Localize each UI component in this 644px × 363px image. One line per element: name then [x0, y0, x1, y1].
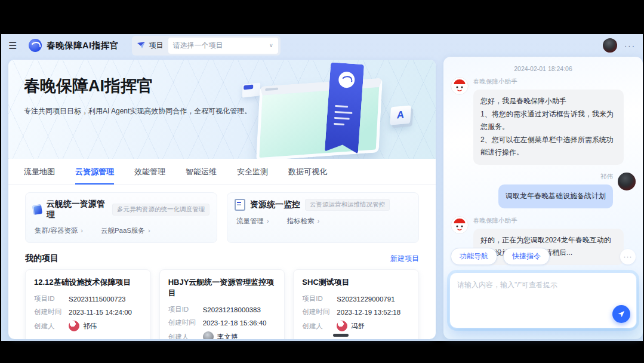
- project-creator-label: 创建人: [168, 333, 203, 340]
- link-metric-search[interactable]: 指标检索›: [287, 217, 320, 226]
- banner-ribbon-icon: [325, 62, 364, 154]
- project-select-dropdown[interactable]: 请选择一个项目 ∨: [168, 38, 278, 54]
- project-created-label: 创建时间: [34, 307, 69, 316]
- project-created-label: 创建时间: [302, 307, 337, 316]
- assistant-bubble: 您好，我是春晚保障小助手 1、将您的需求通过对话框告诉我，我来为您服务。 2、您…: [473, 90, 624, 165]
- feature-card-tag: 多元异构资源的统一化调度管理: [112, 204, 209, 216]
- project-created-value: 2023-12-19 13:52:18: [337, 309, 400, 316]
- ribbon-logo-icon: [338, 71, 355, 88]
- header-more-icon[interactable]: ···: [624, 41, 636, 50]
- tab-traffic-map[interactable]: 流量地图: [24, 167, 55, 184]
- feature-card-tag: 云资源运营和运维情况管控: [305, 199, 390, 211]
- hero-illustration: A: [242, 63, 421, 156]
- project-id-label: 项目ID: [302, 294, 337, 303]
- creator-name: 李文博: [217, 333, 238, 340]
- link-paas-service[interactable]: 云舰PaaS服务›: [101, 226, 150, 235]
- app-bar-right: ···: [603, 38, 636, 53]
- project-card[interactable]: HBJY云舰统一资源管理监控项目 项目IDS20231218000383 创建时…: [159, 269, 285, 339]
- hamburger-menu-icon[interactable]: ☰: [8, 40, 24, 51]
- project-flag-icon: [137, 41, 146, 50]
- send-icon: [617, 310, 625, 318]
- creator-name: 冯舒: [351, 322, 365, 331]
- project-select-placeholder: 请选择一个项目: [173, 41, 223, 51]
- cloud-ship-icon: [32, 204, 42, 215]
- main-area: A 春晚保障AI指挥官 专注共同项目目标，利用AI Agent实现高效协同合作，…: [8, 60, 643, 339]
- feature-card-row: 云舰统一资源管理 多元异构资源的统一化调度管理 集群/容器资源› 云舰PaaS服…: [8, 185, 436, 243]
- feature-card-title: 云舰统一资源管理: [47, 199, 107, 220]
- hero-title: 春晚保障AI指挥官: [24, 75, 153, 97]
- assistant-name: 春晚保障小助手: [473, 78, 624, 86]
- feature-card-resource-management[interactable]: 云舰统一资源管理 多元异构资源的统一化调度管理 集群/容器资源› 云舰PaaS服…: [25, 192, 217, 243]
- tab-bar: 流量地图 云资源管理 效能管理 智能运维 安全监测 数据可视化: [8, 159, 436, 185]
- project-title: 12.12基础设施技术保障项目: [34, 277, 142, 288]
- tab-intelligent-ops[interactable]: 智能运维: [186, 167, 217, 184]
- feature-card-title: 资源统一监控: [250, 199, 300, 210]
- chat-more-icon[interactable]: ···: [620, 249, 636, 264]
- monitor-clipboard-icon: [235, 199, 245, 211]
- chat-input[interactable]: [450, 273, 636, 328]
- assistant-avatar-icon: [451, 77, 469, 95]
- ai-cube-icon: A: [390, 105, 411, 125]
- user-avatar[interactable]: [603, 38, 617, 53]
- project-created-value: 2023-11-15 14:24:00: [69, 309, 132, 316]
- chat-input-container: [449, 272, 637, 328]
- new-project-button[interactable]: 新建项目: [390, 254, 419, 264]
- tab-cloud-resource[interactable]: 云资源管理: [75, 167, 114, 184]
- horizontal-scrollbar[interactable]: [333, 334, 349, 337]
- project-title: SHC测试项目: [302, 277, 410, 288]
- project-more-icon[interactable]: ···: [267, 336, 278, 339]
- user-bubble: 调取龙年春晚基础设施备战计划: [498, 184, 613, 208]
- quick-action-row: 功能导航 快捷指令 ···: [451, 248, 636, 265]
- project-card[interactable]: 12.12基础设施技术保障项目 项目IDS20231115000723 创建时间…: [25, 269, 151, 339]
- creator-avatar: [203, 331, 214, 339]
- window-illustration-icon: [256, 78, 383, 159]
- function-nav-button[interactable]: 功能导航: [451, 248, 497, 265]
- project-created-value: 2023-12-18 15:36:40: [203, 319, 267, 327]
- link-traffic-management[interactable]: 流量管理›: [236, 217, 269, 226]
- app-logo-icon: [29, 39, 42, 52]
- project-card[interactable]: SHC测试项目 项目IDS20231229000791 创建时间2023-12-…: [293, 269, 419, 339]
- project-id-value: S20231229000791: [337, 296, 395, 303]
- creator-avatar: [69, 321, 79, 331]
- project-more-icon[interactable]: ···: [134, 336, 144, 339]
- tab-security[interactable]: 安全监测: [237, 167, 268, 184]
- creator-avatar: [337, 321, 347, 331]
- assistant-message: 春晚保障小助手 您好，我是春晚保障小助手 1、将您的需求通过对话框告诉我，我来为…: [451, 77, 636, 165]
- link-arrow-icon: ›: [148, 227, 150, 234]
- quick-command-button[interactable]: 快捷指令: [503, 248, 550, 265]
- project-selector-label: 项目: [149, 41, 164, 51]
- chat-message-list: 2024-02-01 18:24:06 春晚保障小助手 您好，我是春晚保障小助手…: [443, 57, 643, 265]
- chevron-down-icon: ∨: [269, 42, 273, 48]
- link-arrow-icon: ›: [267, 217, 269, 224]
- app-viewport: ☰ 春晚保障AI指挥官 项目 请选择一个项目 ∨ ···: [1, 34, 643, 341]
- user-avatar-chat: [618, 173, 636, 190]
- assistant-name: 春晚保障小助手: [473, 217, 624, 225]
- hero-subtitle: 专注共同项目目标，利用AI Agent实现高效协同合作，全程可视化管理。: [24, 104, 260, 119]
- projects-header: 我的项目 新建项目: [8, 243, 436, 269]
- project-id-value: S20231115000723: [69, 296, 126, 303]
- project-created-label: 创建时间: [168, 318, 203, 327]
- project-id-label: 项目ID: [168, 305, 203, 314]
- tab-data-visualization[interactable]: 数据可视化: [288, 167, 327, 184]
- send-button[interactable]: [612, 305, 630, 323]
- project-id-label: 项目ID: [34, 294, 69, 303]
- app-bar: ☰ 春晚保障AI指挥官 项目 请选择一个项目 ∨ ···: [1, 34, 643, 57]
- creator-name: 祁伟: [83, 322, 97, 331]
- user-message: 祁伟 调取龙年春晚基础设施备战计划: [451, 173, 636, 208]
- link-cluster-container[interactable]: 集群/容器资源›: [35, 226, 83, 235]
- project-creator-label: 创建人: [34, 322, 69, 331]
- chat-timestamp: 2024-02-01 18:24:06: [451, 65, 636, 72]
- project-creator-label: 创建人: [302, 322, 337, 331]
- link-arrow-icon: ›: [318, 217, 320, 224]
- projects-heading: 我的项目: [25, 253, 58, 264]
- project-selector[interactable]: 项目 请选择一个项目 ∨: [132, 36, 281, 56]
- user-name: 祁伟: [498, 173, 613, 181]
- tab-efficiency[interactable]: 效能管理: [134, 167, 165, 184]
- left-panel: A 春晚保障AI指挥官 专注共同项目目标，利用AI Agent实现高效协同合作，…: [8, 60, 436, 339]
- link-arrow-icon: ›: [81, 227, 83, 234]
- folder-illustration-icon: [242, 82, 261, 97]
- assistant-avatar-icon: [451, 216, 469, 234]
- feature-card-monitoring[interactable]: 资源统一监控 云资源运营和运维情况管控 流量管理› 指标检索›: [227, 192, 419, 243]
- project-more-icon[interactable]: ···: [402, 336, 412, 339]
- project-card-row: 12.12基础设施技术保障项目 项目IDS20231115000723 创建时间…: [8, 269, 436, 339]
